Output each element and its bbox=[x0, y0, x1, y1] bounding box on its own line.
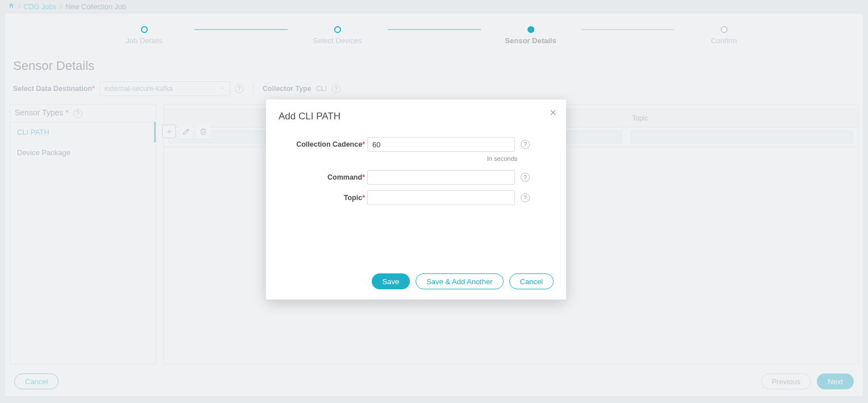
modal-cancel-button[interactable]: Cancel bbox=[509, 273, 554, 289]
command-input[interactable] bbox=[367, 170, 515, 185]
modal-title: Add CLI PATH bbox=[279, 111, 554, 122]
help-icon[interactable]: ? bbox=[521, 193, 530, 202]
topic-input[interactable] bbox=[367, 190, 515, 205]
step-dot bbox=[334, 26, 341, 33]
help-icon[interactable]: ? bbox=[521, 173, 530, 182]
save-add-another-button[interactable]: Save & Add Another bbox=[416, 273, 503, 289]
topic-label: Topic bbox=[344, 194, 362, 202]
command-label: Command bbox=[327, 173, 362, 181]
cadence-input[interactable] bbox=[367, 137, 515, 152]
help-icon[interactable]: ? bbox=[521, 140, 530, 149]
step-dot-active bbox=[528, 26, 534, 33]
cadence-hint: In seconds bbox=[279, 155, 517, 162]
add-cli-path-modal: Add CLI PATH Collection Cadence* ? In se… bbox=[266, 99, 566, 300]
save-button[interactable]: Save bbox=[372, 273, 410, 289]
step-dot bbox=[141, 26, 148, 33]
step-dot bbox=[721, 26, 728, 33]
cadence-label: Collection Cadence bbox=[296, 140, 362, 148]
close-icon[interactable] bbox=[549, 109, 557, 118]
